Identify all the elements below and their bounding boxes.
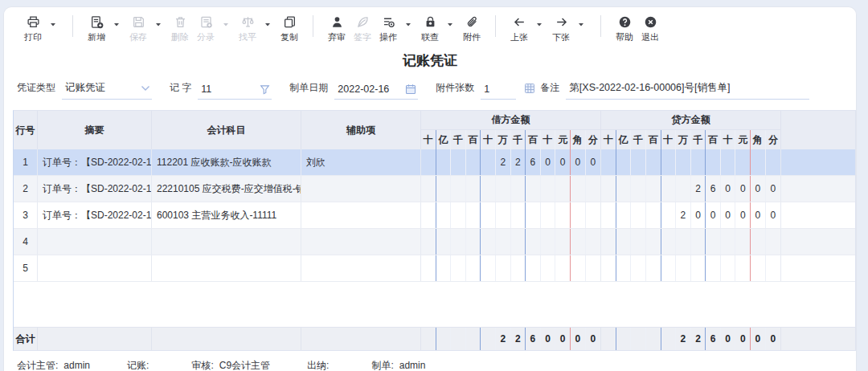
digit-cell[interactable] [436,202,452,228]
digit-cell[interactable] [555,229,571,255]
row-number-cell[interactable]: 1 [14,149,38,175]
digit-cell[interactable] [481,229,496,255]
digit-cell[interactable] [706,229,721,255]
summary-cell[interactable]: 订单号：【SD-2022-02-16-00003... [38,202,152,228]
digit-cell[interactable] [631,176,646,202]
digit-cell[interactable] [511,202,526,228]
digit-cell[interactable]: 0 [555,328,571,350]
digit-cell[interactable] [436,149,452,175]
digit-cell[interactable] [646,255,661,281]
digit-cell[interactable] [616,328,632,350]
digit-cell[interactable]: 0 [541,328,556,350]
digit-cell[interactable] [526,229,541,255]
digit-cell[interactable]: 0 [706,202,721,228]
digit-cell[interactable]: 6 [526,149,541,175]
digit-cell[interactable] [601,176,616,202]
digit-cell[interactable] [481,202,496,228]
digit-cell[interactable] [571,202,586,228]
digit-cell[interactable] [555,202,571,228]
digit-cell[interactable] [646,149,661,175]
digit-cell[interactable] [616,255,632,281]
digit-cell[interactable] [706,255,721,281]
auxiliary-cell[interactable] [301,229,421,255]
digit-cell[interactable] [481,255,496,281]
balance-button[interactable]: 找平 [236,15,259,43]
digit-cell[interactable] [735,149,751,175]
digit-cell[interactable] [481,328,496,350]
digit-cell[interactable] [601,149,616,175]
digit-cell[interactable]: 2 [676,328,691,350]
auxiliary-cell[interactable] [301,255,421,281]
voucher-row[interactable]: 3订单号：【SD-2022-02-16-00003...600103 主营业务收… [14,202,855,229]
auxiliary-cell[interactable]: 刘欣 [301,149,421,175]
digit-cell[interactable] [676,176,691,202]
operate-caret-icon[interactable] [405,22,411,27]
digit-cell[interactable] [616,149,632,175]
digit-cell[interactable]: 0 [751,328,766,350]
word-no-input[interactable]: 11 [198,84,272,100]
print-caret-icon[interactable] [50,22,56,27]
digit-cell[interactable] [451,328,466,350]
summary-cell[interactable]: 订单号：【SD-2022-02-16-00003... [38,149,152,175]
digit-cell[interactable] [735,255,751,281]
digit-cell[interactable]: 0 [751,202,766,228]
digit-cell[interactable] [436,229,452,255]
digit-cell[interactable]: 2 [691,328,706,350]
summary-cell[interactable] [38,229,152,255]
account-cell[interactable]: 112201 应收账款-应收账款 [152,149,301,175]
digit-cell[interactable] [631,229,646,255]
date-input[interactable]: 2022-02-16 [334,84,418,100]
account-cell[interactable]: 600103 主营业务收入-11111 [152,202,301,228]
unaudit-button[interactable]: 弃审 [326,15,348,43]
digit-cell[interactable] [631,202,646,228]
link-query-caret-icon[interactable] [447,22,453,27]
digit-cell[interactable] [511,229,526,255]
sign-button[interactable]: 签字 [351,15,374,43]
digit-cell[interactable] [555,255,571,281]
digit-cell[interactable] [601,255,616,281]
digit-cell[interactable] [616,202,632,228]
auxiliary-cell[interactable] [301,176,421,202]
grid-icon[interactable] [524,83,535,96]
digit-cell[interactable]: 0 [735,328,751,350]
digit-cell[interactable] [735,229,751,255]
digit-cell[interactable] [421,176,436,202]
digit-cell[interactable] [601,229,616,255]
row-number-cell[interactable]: 3 [14,202,38,228]
voucher-row[interactable]: 1订单号：【SD-2022-02-16-00003...112201 应收账款-… [14,149,855,176]
digit-cell[interactable]: 0 [735,176,751,202]
digit-cell[interactable] [721,229,736,255]
digit-cell[interactable] [541,176,556,202]
exit-button[interactable]: 退出 [639,15,661,43]
digit-cell[interactable] [451,176,466,202]
summary-cell[interactable] [38,255,152,281]
voucher-row[interactable]: 2订单号：【SD-2022-02-16-00003...22210105 应交税… [14,176,855,202]
digit-cell[interactable]: 2 [676,202,691,228]
digit-cell[interactable] [571,255,586,281]
digit-cell[interactable] [571,229,586,255]
digit-cell[interactable] [616,229,632,255]
delete-button[interactable]: 删除 [169,15,191,43]
digit-cell[interactable] [466,149,481,175]
digit-cell[interactable] [481,149,496,175]
digit-cell[interactable] [436,176,452,202]
digit-cell[interactable] [661,255,677,281]
digit-cell[interactable] [586,229,601,255]
digit-cell[interactable] [571,176,586,202]
digit-cell[interactable] [721,255,736,281]
account-cell[interactable]: 22210105 应交税费-应交增值税-销项税款 [152,176,301,202]
digit-cell[interactable]: 6 [706,176,721,202]
save-caret-icon[interactable] [155,22,162,27]
summary-cell[interactable]: 订单号：【SD-2022-02-16-00003... [38,176,152,202]
row-number-cell[interactable]: 2 [14,176,38,202]
previous-caret-icon[interactable] [536,22,542,27]
help-button[interactable]: 帮助 [613,15,636,43]
digit-cell[interactable]: 0 [541,149,556,175]
digit-cell[interactable] [646,328,661,350]
save-button[interactable]: 保存 [127,15,149,43]
digit-cell[interactable] [691,149,706,175]
digit-cell[interactable] [661,149,677,175]
digit-cell[interactable] [511,255,526,281]
digit-cell[interactable] [646,176,661,202]
digit-cell[interactable] [436,328,452,350]
